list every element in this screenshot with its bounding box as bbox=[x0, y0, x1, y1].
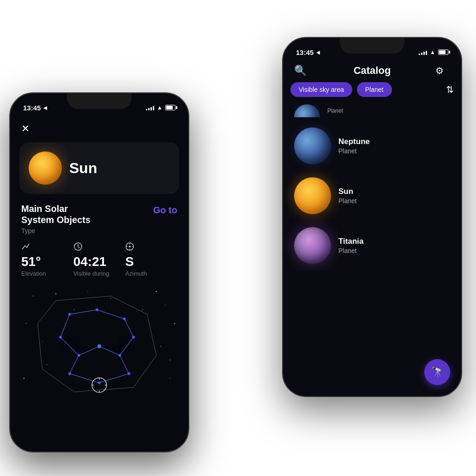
neptune-type: Planet bbox=[338, 147, 450, 155]
stat-visible-during: 04:21 Visible during bbox=[73, 242, 126, 277]
category-line2: System Objects bbox=[21, 214, 90, 225]
svg-point-13 bbox=[160, 346, 161, 347]
battery-icon bbox=[438, 49, 448, 55]
stat-elevation: 51° Elevation bbox=[21, 242, 73, 277]
detail-sun-ball bbox=[29, 151, 62, 185]
catalog-list: Neptune Planet Sun Planet Titania bbox=[283, 121, 461, 271]
svg-point-10 bbox=[26, 323, 27, 324]
svg-point-6 bbox=[87, 291, 88, 292]
catalog-header: 🔍 Catalog ⚙ bbox=[283, 60, 461, 82]
neptune-name: Neptune bbox=[338, 137, 450, 146]
elevation-label: Elevation bbox=[21, 270, 73, 277]
detail-card: Sun bbox=[19, 142, 179, 194]
category-subtext: Type bbox=[21, 227, 177, 235]
phone-front: 13:45 ◀ ▲ ✕ Sun bbox=[9, 92, 189, 452]
constellation-svg bbox=[19, 286, 179, 406]
partial-neptune-row: Planet bbox=[283, 104, 461, 121]
stat-azimuth: S Azimuth bbox=[125, 242, 177, 277]
partial-label: Planet bbox=[327, 108, 343, 114]
svg-point-18 bbox=[74, 309, 75, 310]
sun-planet-image bbox=[294, 177, 331, 214]
catalog-filters: Visible sky area Planet ⇅ bbox=[283, 82, 461, 104]
category-line1: Main Solar bbox=[21, 203, 90, 214]
visible-during-label: Visible during bbox=[73, 270, 126, 277]
power-button-back bbox=[461, 93, 462, 126]
azimuth-label: Azimuth bbox=[125, 270, 177, 277]
clock-icon bbox=[73, 242, 126, 253]
catalog-title: Catalog bbox=[309, 65, 435, 77]
front-status-icons: ▲ bbox=[146, 104, 175, 111]
detail-category: Main Solar System Objects Go to bbox=[21, 203, 177, 225]
notch-back bbox=[340, 38, 404, 54]
filter-planet[interactable]: Planet bbox=[357, 82, 392, 97]
svg-point-15 bbox=[169, 378, 170, 379]
settings-icon[interactable]: ⚙ bbox=[435, 65, 450, 76]
close-button[interactable]: ✕ bbox=[10, 115, 188, 139]
back-status-time: 13:45 ◀ bbox=[296, 48, 320, 56]
compass-icon bbox=[125, 242, 177, 253]
catalog-item-sun[interactable]: Sun Planet bbox=[283, 171, 461, 221]
stats-row: 51° Elevation 04:21 Visible during bbox=[10, 242, 188, 286]
goto-button[interactable]: Go to bbox=[153, 205, 177, 216]
front-status-time: 13:45 ◀ bbox=[23, 104, 47, 112]
titania-planet-image bbox=[294, 227, 331, 264]
svg-point-7 bbox=[110, 298, 111, 299]
svg-point-21 bbox=[169, 360, 170, 361]
sort-icon[interactable]: ⇅ bbox=[446, 84, 454, 95]
catalog-item-neptune[interactable]: Neptune Planet bbox=[283, 121, 461, 171]
front-signal-icon bbox=[146, 105, 154, 110]
phone-back: 13:45 ◀ ▲ 🔍 Catalog ⚙ bbox=[282, 37, 462, 397]
neptune-planet-image bbox=[294, 127, 331, 164]
svg-point-20 bbox=[46, 364, 47, 365]
svg-point-9 bbox=[165, 305, 166, 306]
constellation-map bbox=[19, 286, 179, 406]
back-status-icons: ▲ bbox=[419, 49, 448, 55]
notch-front bbox=[67, 93, 132, 109]
visible-during-value: 04:21 bbox=[73, 255, 126, 268]
svg-point-19 bbox=[65, 323, 66, 324]
signal-icon bbox=[419, 49, 427, 55]
titania-name: Titania bbox=[338, 237, 450, 246]
azimuth-value: S bbox=[125, 255, 177, 268]
svg-point-8 bbox=[156, 291, 157, 292]
front-battery-icon bbox=[165, 105, 175, 110]
filter-visible-sky[interactable]: Visible sky area bbox=[290, 82, 352, 97]
telescope-fab[interactable]: 🔭 bbox=[424, 359, 450, 385]
svg-point-5 bbox=[55, 293, 56, 294]
sun-name: Sun bbox=[338, 187, 450, 196]
svg-point-11 bbox=[174, 323, 175, 324]
elevation-value: 51° bbox=[21, 255, 73, 268]
svg-point-14 bbox=[24, 378, 24, 379]
search-icon[interactable]: 🔍 bbox=[294, 65, 309, 77]
svg-point-2 bbox=[129, 246, 131, 247]
svg-point-16 bbox=[142, 309, 143, 310]
front-wifi-icon: ▲ bbox=[157, 104, 163, 111]
telescope-icon: 🔭 bbox=[431, 366, 444, 378]
elevation-icon bbox=[21, 242, 73, 253]
sun-type: Planet bbox=[338, 197, 450, 205]
catalog-item-titania[interactable]: Titania Planet bbox=[283, 221, 461, 271]
svg-point-4 bbox=[33, 295, 34, 296]
detail-planet-name: Sun bbox=[69, 160, 97, 177]
wifi-icon: ▲ bbox=[430, 49, 435, 55]
titania-type: Planet bbox=[338, 247, 450, 254]
svg-point-12 bbox=[42, 341, 43, 342]
neptune-partial-ball bbox=[294, 104, 320, 117]
